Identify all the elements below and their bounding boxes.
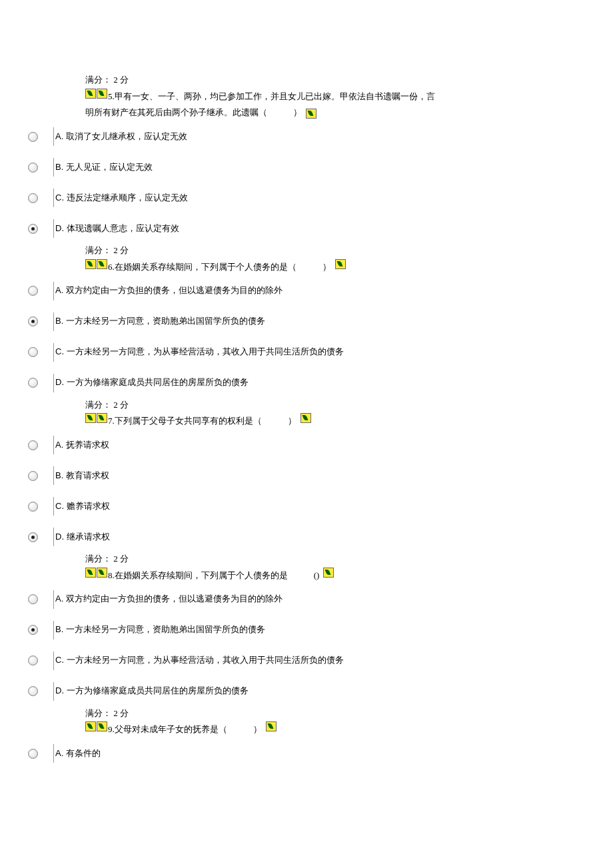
nav-icon[interactable] [85, 413, 96, 423]
option-body: 有条件的 [66, 748, 101, 758]
option-letter: A. [55, 285, 66, 295]
radio-button[interactable] [28, 378, 38, 388]
nav-icon[interactable] [97, 721, 107, 731]
option-divider [53, 343, 54, 362]
option-divider [53, 189, 54, 207]
radio-button[interactable] [28, 224, 38, 234]
option-divider [53, 219, 54, 238]
option-row: C. 一方未经另一方同意，为从事经营活动，其收入用于共同生活所负的债务 [28, 646, 557, 676]
option-letter: A. [55, 748, 66, 758]
radio-button[interactable] [28, 316, 38, 326]
option-row: C. 一方未经另一方同意，为从事经营活动，其收入用于共同生活所负的债务 [28, 337, 557, 368]
question-text-cont: 明所有财产在其死后由两个孙子继承。此遗嘱（ ） [85, 107, 302, 117]
question-line: 8. 在婚姻关系存续期间，下列属于个人债务的是 () [85, 568, 557, 584]
nav-icon[interactable] [335, 259, 346, 269]
radio-button[interactable] [28, 532, 38, 542]
option-divider [53, 682, 54, 701]
option-row: C. 赡养请求权 [28, 491, 557, 522]
radio-button[interactable] [28, 502, 38, 512]
option-text: D. 体现遗嘱人意志，应认定有效 [55, 222, 557, 236]
question-block: 满分： 2 分7. 下列属于父母子女共同享有的权利是（ ）A. 抚养请求权B. … [56, 398, 557, 552]
option-row: B. 教育请求权 [28, 460, 557, 491]
option-letter: B. [55, 316, 66, 326]
option-divider [53, 497, 54, 516]
score-label: 满分： 2 分 [85, 707, 557, 721]
option-row: A. 抚养请求权 [28, 430, 557, 460]
option-divider [53, 528, 54, 546]
option-letter: A. [55, 594, 66, 604]
question-number: 8. [108, 568, 115, 584]
option-body: 赡养请求权 [67, 501, 110, 511]
option-row: B. 无人见证，应认定无效 [28, 152, 557, 183]
option-row: D. 一方为修缮家庭成员共同居住的房屋所负的债务 [28, 676, 557, 707]
nav-icon[interactable] [85, 568, 96, 578]
option-divider [53, 127, 54, 146]
option-divider [53, 590, 54, 609]
radio-button[interactable] [28, 594, 38, 604]
option-text: A. 抚养请求权 [55, 438, 557, 452]
option-text: B. 教育请求权 [55, 469, 557, 483]
option-row: A. 取消了女儿继承权，应认定无效 [28, 121, 557, 152]
option-letter: B. [55, 470, 66, 480]
radio-button[interactable] [28, 132, 38, 142]
option-divider [53, 744, 54, 763]
nav-icon[interactable] [306, 109, 316, 119]
nav-icon[interactable] [97, 259, 107, 269]
question-text: 在婚姻关系存续期间，下列属于个人债务的是（ ） [115, 259, 331, 276]
option-letter: D. [55, 685, 67, 695]
option-letter: A. [55, 131, 66, 141]
score-label: 满分： 2 分 [85, 244, 557, 258]
option-text: C. 违反法定继承顺序，应认定无效 [55, 191, 557, 205]
option-body: 抚养请求权 [66, 440, 109, 450]
nav-icon[interactable] [266, 721, 277, 731]
score-label: 满分： 2 分 [85, 398, 557, 412]
option-letter: C. [55, 193, 67, 203]
option-body: 一方未经另一方同意，为从事经营活动，其收入用于共同生活所负的债务 [67, 346, 344, 356]
nav-icon[interactable] [85, 721, 96, 731]
option-body: 一方未经另一方同意，资助胞弟出国留学所负的债务 [66, 624, 265, 634]
option-body: 教育请求权 [66, 470, 109, 480]
question-text: 在婚姻关系存续期间，下列属于个人债务的是 () [115, 568, 320, 584]
radio-button[interactable] [28, 749, 38, 759]
nav-icon[interactable] [85, 259, 96, 269]
radio-button[interactable] [28, 686, 38, 696]
option-letter: B. [55, 162, 66, 172]
option-text: A. 取消了女儿继承权，应认定无效 [55, 130, 557, 144]
option-divider [53, 312, 54, 331]
option-text: C. 一方未经另一方同意，为从事经营活动，其收入用于共同生活所负的债务 [55, 345, 557, 359]
nav-icon[interactable] [97, 89, 107, 99]
nav-icon[interactable] [97, 413, 107, 423]
option-text: A. 有条件的 [55, 747, 557, 761]
option-row: A. 有条件的 [28, 738, 557, 769]
option-divider [53, 158, 54, 177]
radio-button[interactable] [28, 286, 38, 296]
option-divider [53, 651, 54, 670]
option-letter: D. [55, 223, 67, 233]
option-row: D. 体现遗嘱人意志，应认定有效 [28, 213, 557, 244]
radio-button[interactable] [28, 655, 38, 665]
nav-icon[interactable] [323, 568, 334, 578]
radio-button[interactable] [28, 440, 38, 450]
option-row: A. 双方约定由一方负担的债务，但以逃避债务为目的的除外 [28, 584, 557, 615]
nav-icon[interactable] [85, 89, 96, 99]
radio-button[interactable] [28, 625, 38, 635]
option-body: 一方未经另一方同意，为从事经营活动，其收入用于共同生活所负的债务 [67, 655, 344, 665]
option-letter: B. [55, 624, 66, 634]
option-divider [53, 374, 54, 392]
radio-button[interactable] [28, 347, 38, 357]
radio-button[interactable] [28, 471, 38, 481]
option-text: B. 一方未经另一方同意，资助胞弟出国留学所负的债务 [55, 314, 557, 328]
radio-button[interactable] [28, 163, 38, 173]
option-text: C. 一方未经另一方同意，为从事经营活动，其收入用于共同生活所负的债务 [55, 653, 557, 667]
option-body: 取消了女儿继承权，应认定无效 [66, 131, 187, 141]
radio-button[interactable] [28, 193, 38, 203]
option-text: D. 一方为修缮家庭成员共同居住的房屋所负的债务 [55, 684, 557, 698]
nav-icon[interactable] [97, 568, 107, 578]
option-letter: A. [55, 440, 66, 450]
score-label: 满分： 2 分 [85, 552, 557, 566]
question-line: 6. 在婚姻关系存续期间，下列属于个人债务的是（ ） [85, 259, 557, 276]
option-body: 体现遗嘱人意志，应认定有效 [67, 223, 179, 233]
option-text: D. 一方为修缮家庭成员共同居住的房屋所负的债务 [55, 376, 557, 390]
nav-icon[interactable] [301, 413, 311, 423]
question-text: 下列属于父母子女共同享有的权利是（ ） [115, 413, 297, 430]
